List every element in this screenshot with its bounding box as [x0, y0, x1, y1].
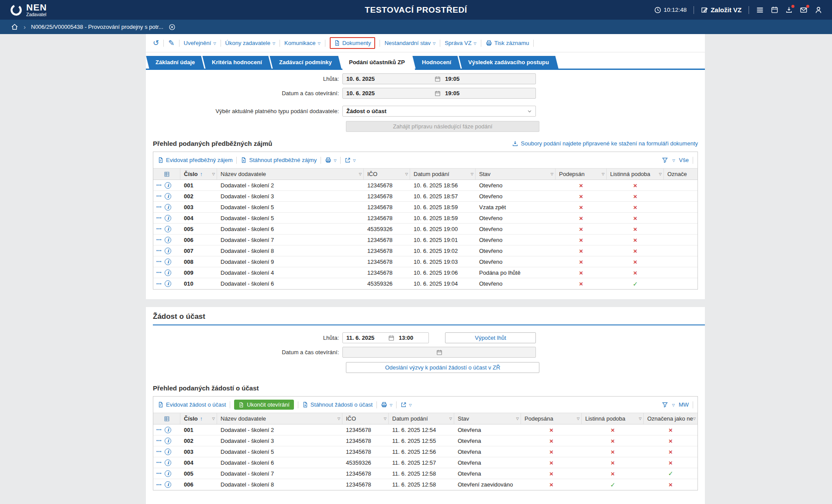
filter-triangle-icon[interactable]: ▽ — [212, 172, 215, 176]
filter-triangle-icon[interactable]: ▽ — [338, 417, 340, 421]
filter-triangle-icon[interactable]: ▽ — [449, 417, 452, 421]
filter-icon[interactable] — [662, 157, 668, 163]
row-menu-icon[interactable]: ••• — [156, 216, 162, 220]
odeslat-vyzvu-button[interactable]: Odeslání výzvy k podání žádostí o účast … — [346, 362, 539, 373]
print-table-button[interactable]: ▽ — [325, 157, 336, 163]
column-header-podepsan[interactable]: Podepsán▽ — [556, 169, 607, 180]
info-icon[interactable]: i — [165, 248, 171, 254]
row-menu-icon[interactable]: ••• — [156, 483, 162, 487]
column-header-datum[interactable]: Datum podání▽ — [410, 169, 476, 180]
info-icon[interactable]: i — [165, 193, 171, 200]
column-header-listinna[interactable]: Listinná podoba▽ — [607, 169, 664, 180]
nen-logo[interactable]: NEN Zadavatel — [10, 3, 47, 17]
grid-icon[interactable] — [153, 169, 180, 180]
calendar-icon[interactable] — [435, 90, 441, 97]
menu-tisk-zaznamu[interactable]: Tisk záznamu — [486, 40, 529, 46]
home-icon[interactable] — [11, 23, 18, 31]
export-table-button[interactable]: ▽ — [345, 157, 356, 163]
menu-icon[interactable] — [756, 6, 764, 14]
filter-triangle-icon[interactable]: ▽ — [659, 172, 662, 176]
table-row[interactable]: •••i010Dodavatel - školení 64535932610. … — [153, 278, 697, 289]
row-menu-icon[interactable]: ••• — [156, 438, 162, 443]
column-header-stav[interactable]: Stav▽ — [476, 169, 556, 180]
filter-triangle-icon[interactable]: ▽ — [471, 172, 473, 176]
podani-type-select[interactable]: Žádost o účast — [342, 106, 536, 117]
table-row[interactable]: •••i007Dodavatel - školení 81234567810. … — [153, 245, 697, 256]
stahnout-zajmy-button[interactable]: Stáhnout předběžné zájmy — [241, 157, 317, 163]
info-icon[interactable]: i — [165, 280, 171, 287]
grid-icon[interactable] — [153, 413, 180, 424]
tab-zakladni-udaje[interactable]: Základní údaje — [146, 56, 204, 69]
calendar-icon[interactable] — [771, 6, 778, 14]
row-menu-icon[interactable]: ••• — [156, 449, 162, 454]
table-row[interactable]: •••i003Dodavatel - školení 51234567810. … — [153, 202, 697, 213]
info-icon[interactable]: i — [165, 481, 171, 488]
info-icon[interactable]: i — [165, 215, 171, 221]
messages-icon[interactable] — [800, 6, 808, 14]
column-header-oznacena[interactable]: Označe — [664, 169, 697, 180]
calendar-icon[interactable] — [435, 76, 441, 82]
zadost-lhuta-field[interactable]: 11. 6. 2025 13:00 — [342, 332, 429, 343]
table-row[interactable]: •••i004Dodavatel - školení 64535932611. … — [153, 457, 697, 468]
evidovat-zajem-button[interactable]: Evidovat předběžný zájem — [158, 157, 232, 163]
table-row[interactable]: •••i005Dodavatel - školení 71234567811. … — [153, 468, 697, 479]
row-menu-icon[interactable]: ••• — [156, 205, 162, 209]
row-menu-icon[interactable]: ••• — [156, 460, 162, 465]
column-header-nazev[interactable]: Název dodavatele▽ — [217, 169, 364, 180]
table-row[interactable]: •••i009Dodavatel - školení 41234567810. … — [153, 267, 697, 278]
column-header-listinna[interactable]: Listinná podoba▽ — [582, 413, 644, 424]
menu-komunikace[interactable]: Komunikace▽ — [284, 40, 321, 46]
info-icon[interactable]: i — [165, 182, 171, 189]
row-menu-icon[interactable]: ••• — [156, 194, 162, 198]
table-row[interactable]: •••i003Dodavatel - školení 51234567811. … — [153, 446, 697, 457]
pencil-icon[interactable]: ✎ — [168, 39, 174, 47]
calendar-icon[interactable] — [436, 349, 442, 356]
info-icon[interactable]: i — [165, 459, 171, 466]
row-menu-icon[interactable]: ••• — [156, 238, 162, 242]
view-selector[interactable]: Vše — [679, 157, 689, 163]
info-icon[interactable]: i — [165, 204, 171, 211]
otevirani-field[interactable]: 10. 6. 2025 19:05 — [342, 88, 536, 99]
column-header-stav[interactable]: Stav▽ — [454, 413, 521, 424]
view-selector[interactable]: MW — [679, 401, 689, 408]
breadcrumb[interactable]: N006/25/V00005438 - Provozování prodejny… — [31, 24, 163, 30]
zadost-otevirani-field[interactable] — [342, 347, 536, 358]
print-table-button[interactable]: ▽ — [381, 401, 392, 408]
column-header-cislo[interactable]: Číslo↑▽ — [180, 413, 217, 424]
tab-vysledek-zadavaciho-postupu[interactable]: Výsledek zadávacího postupu — [459, 56, 558, 69]
column-header-ico[interactable]: IČO▽ — [342, 413, 389, 424]
vypocet-lhut-button[interactable]: Výpočet lhůt — [445, 332, 536, 343]
row-menu-icon[interactable]: ••• — [156, 471, 162, 476]
menu-dokumenty[interactable]: Dokumenty — [330, 37, 376, 49]
menu-ukony-zadavatele[interactable]: Úkony zadavatele▽ — [225, 40, 276, 46]
info-icon[interactable]: i — [165, 449, 171, 455]
column-header-nazev[interactable]: Název dodavatele▽ — [217, 413, 342, 424]
table-row[interactable]: •••i006Dodavatel - školení 81234567811. … — [153, 479, 697, 490]
table-row[interactable]: •••i002Dodavatel - školení 31234567810. … — [153, 191, 697, 202]
tab-hodnoceni[interactable]: Hodnocení — [412, 56, 460, 69]
table-row[interactable]: •••i006Dodavatel - školení 71234567810. … — [153, 235, 697, 245]
close-icon[interactable] — [169, 24, 176, 31]
tab-podani-ucastniku-zp[interactable]: Podání účastníků ZP — [339, 56, 414, 69]
row-menu-icon[interactable]: ••• — [156, 282, 162, 286]
tab-zadavaci-podminky[interactable]: Zadávací podmínky — [270, 56, 342, 69]
column-header-datum[interactable]: Datum podání▽ — [389, 413, 454, 424]
filter-triangle-icon[interactable]: ▽ — [405, 172, 408, 176]
filter-triangle-icon[interactable]: ▽ — [693, 417, 696, 421]
row-menu-icon[interactable]: ••• — [156, 249, 162, 253]
menu-nestandardni-stav[interactable]: Nestandardní stav▽ — [384, 40, 435, 46]
evidovat-zadost-button[interactable]: Evidovat žádost o účast — [158, 401, 226, 408]
column-header-oznacena[interactable]: Označena jako ne▽ — [644, 413, 697, 424]
info-icon[interactable]: i — [165, 427, 171, 433]
tab-kriteria-hodnoceni[interactable]: Kritéria hodnocení — [203, 56, 272, 69]
info-icon[interactable]: i — [165, 438, 171, 444]
lhuta-field[interactable]: 10. 6. 2025 19:05 — [342, 73, 536, 84]
download-files-link[interactable]: Soubory podání najdete připravené ke sta… — [512, 140, 698, 147]
info-icon[interactable]: i — [165, 237, 171, 243]
filter-icon[interactable] — [662, 401, 668, 408]
calendar-icon[interactable] — [388, 335, 394, 341]
create-vz-button[interactable]: Založit VZ — [701, 6, 742, 14]
table-row[interactable]: •••i004Dodavatel - školení 51234567810. … — [153, 213, 697, 224]
row-menu-icon[interactable]: ••• — [156, 259, 162, 264]
filter-triangle-icon[interactable]: ▽ — [551, 172, 553, 176]
